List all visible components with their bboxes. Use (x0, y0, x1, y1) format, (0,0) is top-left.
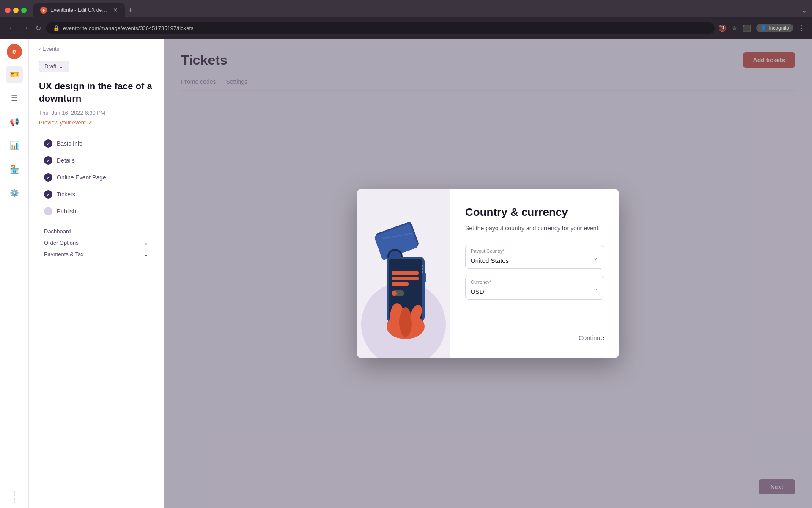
nav-circle-publish (44, 207, 52, 215)
reload-button[interactable]: ↻ (34, 22, 43, 34)
maximize-window-button[interactable] (21, 8, 27, 13)
nav-check-tickets: ✓ (44, 190, 52, 199)
modal-illustration-svg (361, 202, 446, 345)
currency-group: Currency* USD EUR GBP CAD ⌄ (465, 276, 604, 300)
nav-check-details: ✓ (44, 156, 52, 165)
sidebar-icon-chart[interactable]: 📊 (6, 137, 23, 154)
external-link-icon: ↗ (88, 119, 92, 126)
main-content: ‹ Events Draft ⌄ UX design in the face o… (29, 39, 812, 508)
nav-section-order-options[interactable]: Order Options ⌄ (39, 237, 154, 248)
svg-point-18 (422, 268, 423, 270)
window-controls (5, 8, 27, 13)
minimize-window-button[interactable] (13, 8, 19, 13)
draft-label: Draft (44, 63, 56, 69)
draft-badge[interactable]: Draft ⌄ (39, 61, 69, 72)
svg-rect-9 (392, 282, 409, 286)
bookmark-icon[interactable]: ☆ (732, 24, 738, 32)
nav-items: ✓ Basic Info ✓ Details ✓ Online Event Pa… (39, 136, 154, 219)
sidebar-dots (14, 491, 15, 503)
modal-footer: Continue (465, 327, 604, 341)
nav-item-basic-info[interactable]: ✓ Basic Info (39, 136, 154, 151)
new-tab-button[interactable]: + (128, 6, 133, 15)
modal-description: Set the payout country and currency for … (465, 224, 604, 233)
payments-tax-chevron-icon: ⌄ (144, 251, 148, 257)
nav-check-basic-info: ✓ (44, 139, 52, 148)
modal-title: Country & currency (465, 206, 604, 219)
back-to-events-link[interactable]: ‹ Events (39, 46, 154, 52)
forward-browser-button[interactable]: → (20, 22, 30, 33)
modal-country-currency: Country & currency Set the payout countr… (357, 189, 619, 358)
sidebar-icon-list[interactable]: ☰ (6, 90, 23, 107)
tab-title: Eventbrite - Edit UX design in ... (50, 7, 110, 13)
close-window-button[interactable] (5, 8, 11, 13)
menu-icon[interactable]: ⋮ (798, 24, 805, 32)
nav-section-dashboard[interactable]: Dashboard (39, 226, 154, 237)
back-arrow-icon: ‹ (39, 46, 41, 52)
tab-search-icon[interactable]: ⌄ (801, 6, 807, 14)
modal-body: Country & currency Set the payout countr… (450, 189, 619, 358)
event-date: Thu, Jun 16, 2022 6:30 PM (39, 110, 154, 116)
svg-rect-12 (425, 273, 426, 282)
continue-button[interactable]: Continue (579, 334, 604, 341)
svg-rect-7 (392, 271, 419, 275)
nav-item-online-event-page[interactable]: ✓ Online Event Page (39, 170, 154, 185)
tab-favicon: e (40, 7, 47, 14)
nav-item-tickets[interactable]: ✓ Tickets (39, 187, 154, 202)
svg-point-19 (422, 271, 423, 273)
event-title: UX design in the face of a downturn (39, 80, 154, 105)
sidebar-icon-settings[interactable]: ⚙️ (6, 185, 23, 202)
left-panel: ‹ Events Draft ⌄ UX design in the face o… (29, 39, 164, 508)
browser-chrome: e Eventbrite - Edit UX design in ... ✕ +… (0, 0, 812, 39)
extension-icon[interactable]: ⬛ (743, 24, 751, 32)
payout-country-label: Payout Country* (471, 248, 505, 254)
sidebar-bottom (14, 491, 15, 503)
incognito-badge: 👤 Incognito (756, 24, 793, 32)
address-text: eventbrite.com/manage/events/33645173519… (63, 25, 194, 31)
nav-section-payments-tax[interactable]: Payments & Tax ⌄ (39, 248, 154, 260)
tab-bar: e Eventbrite - Edit UX design in ... ✕ +… (0, 0, 812, 17)
currency-label: Currency* (471, 279, 491, 284)
nav-icons: 📵 ☆ ⬛ 👤 Incognito ⋮ (718, 24, 805, 32)
back-browser-button[interactable]: ← (7, 22, 17, 33)
svg-point-17 (422, 265, 423, 267)
svg-point-11 (392, 291, 397, 296)
modal-illustration (357, 189, 450, 358)
nav-check-online-event-page: ✓ (44, 173, 52, 182)
sidebar-icon-tickets[interactable]: 🎫 (6, 66, 23, 83)
order-options-chevron-icon: ⌄ (144, 240, 148, 246)
app-logo[interactable]: e (7, 44, 22, 59)
payout-country-select-wrapper: Payout Country* United States United Kin… (465, 245, 604, 269)
app-layout: e 🎫 ☰ 📢 📊 🏪 ⚙️ ‹ Events Draft ⌄ (0, 39, 812, 508)
camera-off-icon[interactable]: 📵 (718, 24, 727, 32)
draft-chevron-icon: ⌄ (59, 63, 63, 69)
sidebar: e 🎫 ☰ 📢 📊 🏪 ⚙️ (0, 39, 29, 508)
active-tab[interactable]: e Eventbrite - Edit UX design in ... ✕ (33, 3, 125, 17)
nav-bar: ← → ↻ 🔒 eventbrite.com/manage/events/336… (0, 17, 812, 39)
nav-item-publish[interactable]: Publish (39, 204, 154, 219)
tab-close-icon[interactable]: ✕ (113, 7, 118, 14)
svg-point-15 (399, 307, 412, 337)
currency-select-wrapper: Currency* USD EUR GBP CAD ⌄ (465, 276, 604, 300)
address-bar[interactable]: 🔒 eventbrite.com/manage/events/336451735… (46, 22, 715, 34)
page-content: Tickets Promo codes Settings Add tickets… (164, 39, 812, 508)
sidebar-icon-megaphone[interactable]: 📢 (6, 113, 23, 130)
modal-overlay: Country & currency Set the payout countr… (164, 39, 812, 508)
preview-event-link[interactable]: Preview your event ↗ (39, 119, 154, 126)
payout-country-group: Payout Country* United States United Kin… (465, 245, 604, 269)
svg-rect-8 (392, 277, 419, 280)
sidebar-icon-store[interactable]: 🏪 (6, 161, 23, 178)
nav-item-details[interactable]: ✓ Details (39, 153, 154, 168)
